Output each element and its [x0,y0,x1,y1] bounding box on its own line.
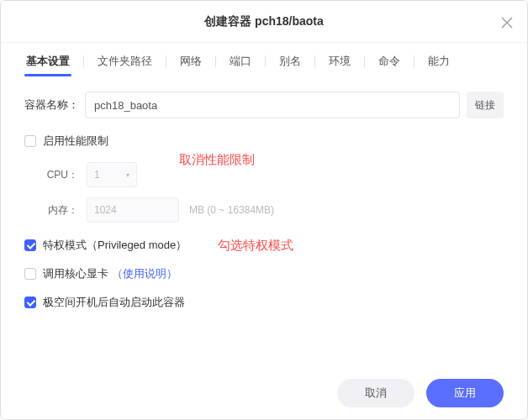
tab-port[interactable]: 端口 [228,43,253,80]
tab-command[interactable]: 命令 [377,43,402,80]
perf-limit-label: 启用性能限制 [43,134,108,149]
annotation-priv: 勾选特权模式 [218,238,293,254]
tab-separator [364,55,365,67]
tab-basic[interactable]: 基本设置 [24,43,71,80]
container-name-input[interactable] [85,92,460,118]
autostart-row: 极空间开机后自动启动此容器 [24,295,504,310]
gpu-row: 调用核心显卡 （使用说明） [24,266,504,281]
tab-separator [314,55,315,67]
container-name-row: 容器名称： 链接 [24,92,504,118]
apply-button[interactable]: 应用 [426,379,504,407]
perf-limit-row: 启用性能限制 [24,134,504,149]
tab-content-basic: 容器名称： 链接 启用性能限制 CPU： 1 ▾ 取消性能限制 内存： MB (… [1,80,527,335]
cpu-row: CPU： 1 ▾ 取消性能限制 [45,162,504,187]
dialog-footer: 取消 应用 [1,367,527,419]
autostart-checkbox[interactable] [24,297,36,308]
cancel-button[interactable]: 取消 [337,379,414,407]
tab-capability[interactable]: 能力 [426,43,451,80]
tab-separator [265,55,266,67]
tab-env[interactable]: 环境 [327,43,352,80]
annotation-perf: 取消性能限制 [179,152,255,168]
memory-input[interactable] [87,197,179,223]
tab-folder-path[interactable]: 文件夹路径 [96,43,154,80]
tab-network[interactable]: 网络 [178,43,203,80]
close-icon[interactable] [499,14,515,31]
container-name-label: 容器名称： [24,97,85,113]
memory-row: 内存： MB (0 ~ 16384MB) [45,197,504,223]
privileged-checkbox[interactable] [24,239,36,251]
dialog-title: 创建容器 pch18/baota [204,14,324,29]
dialog-header: 创建容器 pch18/baota [1,1,527,43]
perf-limit-checkbox[interactable] [24,135,36,147]
cpu-label: CPU： [45,168,87,182]
link-button[interactable]: 链接 [467,92,504,118]
memory-label: 内存： [45,203,87,218]
memory-hint: MB (0 ~ 16384MB) [189,204,274,216]
tab-bar: 基本设置 文件夹路径 网络 端口 别名 环境 命令 能力 [1,43,527,80]
gpu-label: 调用核心显卡 （使用说明） [43,266,177,281]
gpu-help-link[interactable]: （使用说明） [112,267,177,280]
cpu-value: 1 [94,169,100,181]
tab-separator [215,55,216,67]
cpu-select[interactable]: 1 ▾ [87,162,137,187]
tab-separator [166,55,166,67]
privileged-row: 特权模式（Privileged mode） 勾选特权模式 [24,238,504,253]
chevron-down-icon: ▾ [126,171,129,179]
tab-alias[interactable]: 别名 [277,43,303,80]
privileged-label: 特权模式（Privileged mode） [43,238,187,253]
gpu-checkbox[interactable] [24,268,36,280]
tab-separator [83,55,84,67]
tab-separator [414,55,414,67]
gpu-label-text: 调用核心显卡 [43,267,108,280]
autostart-label: 极空间开机后自动启动此容器 [43,295,185,310]
